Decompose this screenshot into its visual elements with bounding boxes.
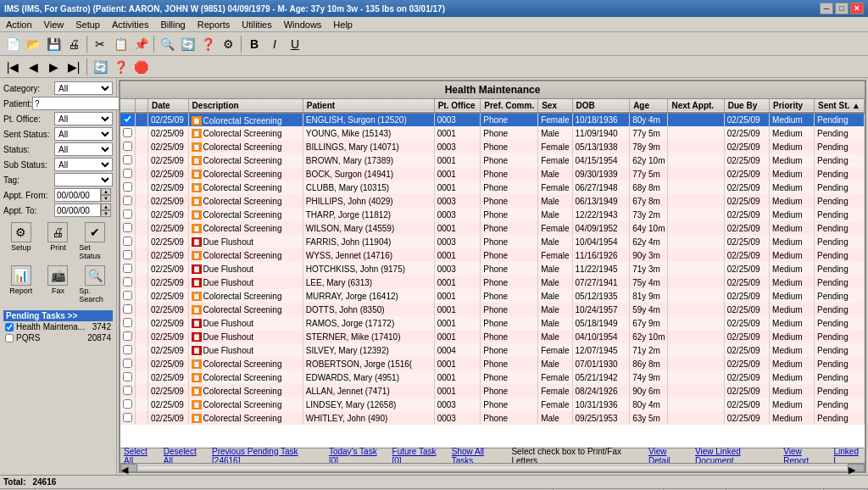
row-checkbox[interactable] — [123, 196, 132, 205]
tb-refresh2[interactable]: 🔄 — [91, 58, 109, 76]
row-checkbox[interactable] — [123, 223, 132, 232]
table-row[interactable]: 02/25/09 📋 Due Flushout FARRIS, John (11… — [120, 235, 865, 248]
row-checkbox[interactable] — [123, 264, 132, 273]
row-checkbox[interactable] — [123, 250, 132, 259]
close-button[interactable]: ✕ — [850, 3, 864, 14]
tb-search[interactable]: 🔍 — [158, 35, 176, 53]
row-checkbox[interactable] — [123, 237, 132, 246]
tb-save[interactable]: 💾 — [44, 35, 63, 53]
menu-billing[interactable]: Billing — [158, 19, 187, 30]
tb-new[interactable]: 📄 — [3, 35, 22, 53]
tb-help[interactable]: ❓ — [198, 35, 217, 53]
table-row[interactable]: 02/25/09 📋 Colorectal Screening ROBERTSO… — [120, 357, 865, 370]
pending-tasks-title[interactable]: Pending Tasks >> — [3, 310, 113, 321]
col-header-sentst[interactable]: Sent St. ▲ — [815, 99, 865, 113]
table-row[interactable]: 02/25/09 📋 Colorectal Screening LINDSEY,… — [120, 398, 865, 411]
col-header-dob[interactable]: DOB — [572, 99, 630, 113]
col-header-nextappt[interactable]: Next Appt. — [668, 99, 724, 113]
table-row[interactable]: 02/25/09 📋 Colorectal Screening YOUNG, M… — [120, 126, 865, 140]
table-row[interactable]: 02/25/09 📋 Colorectal Screening THARP, J… — [120, 208, 865, 221]
table-row[interactable]: 02/25/09 📋 Colorectal Screening WYSS, Je… — [120, 248, 865, 262]
table-row[interactable]: 02/25/09 📋 Colorectal Screening DOTTS, J… — [120, 303, 865, 316]
table-row[interactable]: 02/25/09 📋 Colorectal Screening BROWN, M… — [120, 153, 865, 167]
row-checkbox[interactable] — [123, 114, 132, 124]
status-select[interactable]: All — [54, 142, 113, 156]
col-header-dueby[interactable]: Due By — [724, 99, 769, 113]
tb-print[interactable]: 🖨 — [64, 35, 83, 53]
row-checkbox[interactable] — [123, 142, 132, 151]
row-checkbox[interactable] — [123, 155, 132, 164]
col-header-desc[interactable]: Description — [188, 99, 303, 113]
tb-settings[interactable]: ⚙ — [219, 35, 237, 53]
pending-hm-checkbox[interactable] — [5, 323, 14, 331]
table-row[interactable]: 02/25/09 📋 Due Flushout STERNER, Mike (1… — [120, 330, 865, 343]
apptto-down[interactable]: ▼ — [101, 210, 111, 217]
table-row[interactable]: 02/25/09 📋 Colorectal Screening MURRAY, … — [120, 289, 865, 303]
row-checkbox[interactable] — [123, 345, 132, 354]
row-checkbox[interactable] — [123, 209, 132, 219]
row-checkbox[interactable] — [123, 331, 132, 341]
row-checkbox[interactable] — [123, 372, 132, 381]
menu-utilities[interactable]: Utilities — [239, 19, 274, 30]
row-checkbox[interactable] — [123, 291, 132, 300]
tb-cut[interactable]: ✂ — [91, 35, 109, 53]
row-checkbox[interactable] — [123, 399, 132, 409]
table-row[interactable]: ▶ 02/25/09 📋 Colorectal Screening ENGLIS… — [120, 113, 865, 126]
row-checkbox[interactable] — [123, 413, 132, 422]
report-button[interactable]: 📊 Report — [3, 264, 39, 305]
tb-underline[interactable]: U — [286, 35, 304, 53]
col-header-age[interactable]: Age — [630, 99, 668, 113]
row-checkbox[interactable] — [123, 386, 132, 395]
table-row[interactable]: 02/25/09 📋 Due Flushout SILVEY, Mary (12… — [120, 343, 865, 357]
tb-refresh[interactable]: 🔄 — [178, 35, 197, 53]
horizontal-scrollbar[interactable]: ◀ ▶ — [120, 463, 865, 471]
menu-view[interactable]: View — [42, 19, 67, 30]
tb-nav-prev[interactable]: ◀ — [24, 58, 42, 76]
menu-windows[interactable]: Windows — [281, 19, 325, 30]
col-header-priority[interactable]: Priority — [770, 99, 815, 113]
print-button[interactable]: 🖨 Print — [41, 220, 76, 262]
tb-paste[interactable]: 📌 — [131, 35, 150, 53]
col-header-prefcomm[interactable]: Pref. Comm. — [481, 99, 538, 113]
row-checkbox[interactable] — [123, 182, 132, 192]
setstatus-button[interactable]: ✔ Set Status — [77, 220, 113, 262]
table-row[interactable]: 02/25/09 📋 Colorectal Screening WHITLEY,… — [120, 411, 865, 425]
apptto-input[interactable] — [54, 203, 101, 217]
pending-pqrs-checkbox[interactable] — [5, 334, 14, 342]
row-checkbox[interactable] — [123, 128, 132, 137]
table-row[interactable]: 02/25/09 📋 Due Flushout HOTCHKISS, John … — [120, 262, 865, 276]
apptfrom-input[interactable] — [54, 188, 101, 202]
scroll-track[interactable] — [137, 465, 848, 471]
col-header-date[interactable]: Date — [148, 99, 189, 113]
apptfrom-up[interactable]: ▲ — [101, 188, 111, 195]
menu-reports[interactable]: Reports — [195, 19, 233, 30]
row-checkbox[interactable] — [123, 169, 132, 178]
maximize-button[interactable]: □ — [835, 3, 849, 14]
tb-italic[interactable]: I — [265, 35, 284, 53]
fax-button[interactable]: 📠 Fax — [41, 264, 76, 305]
apptto-up[interactable]: ▲ — [101, 203, 111, 210]
ptoffice-select[interactable]: All — [54, 112, 113, 125]
substatus-select[interactable]: All — [54, 158, 113, 171]
menu-activities[interactable]: Activities — [109, 19, 151, 30]
apptfrom-down[interactable]: ▼ — [101, 195, 111, 202]
menu-action[interactable]: Action — [3, 19, 35, 30]
tb-help2[interactable]: ❓ — [111, 58, 130, 76]
tb-bold[interactable]: B — [245, 35, 264, 53]
row-checkbox[interactable] — [123, 304, 132, 314]
tb-copy[interactable]: 📋 — [111, 35, 130, 53]
col-header-ptoffice[interactable]: Pt. Office — [434, 99, 481, 113]
row-checkbox[interactable] — [123, 277, 132, 287]
table-row[interactable]: 02/25/09 📋 Colorectal Screening EDWARDS,… — [120, 370, 865, 384]
table-row[interactable]: 02/25/09 📋 Colorectal Screening BILLINGS… — [120, 140, 865, 153]
menu-setup[interactable]: Setup — [73, 19, 103, 30]
menu-help[interactable]: Help — [331, 19, 355, 30]
tb-nav-next[interactable]: ▶ — [44, 58, 63, 76]
tb-stop[interactable]: 🛑 — [131, 58, 150, 76]
category-select[interactable]: All — [54, 81, 113, 95]
tb-nav-first[interactable]: |◀ — [3, 58, 22, 76]
minimize-button[interactable]: ─ — [820, 3, 833, 14]
table-row[interactable]: 02/25/09 📋 Colorectal Screening PHILLIPS… — [120, 194, 865, 208]
table-row[interactable]: 02/25/09 📋 Colorectal Screening WILSON, … — [120, 221, 865, 235]
tag-select[interactable] — [54, 173, 113, 187]
